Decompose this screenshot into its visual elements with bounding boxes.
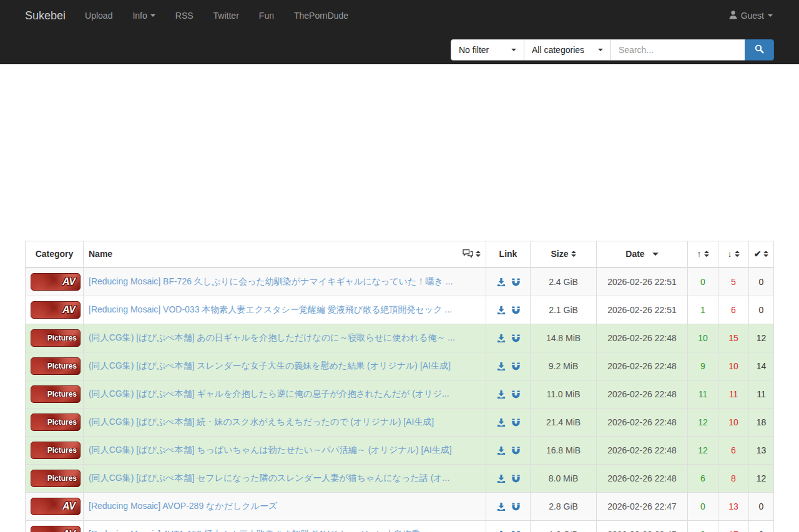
- table-row: Pictures(同人CG集) [ぱぴぷぺ本舗] ギャルを介抱したら逆に俺の息子…: [26, 380, 774, 408]
- header-category[interactable]: Category: [26, 241, 84, 268]
- user-label: Guest: [741, 11, 764, 21]
- table-row: AV[Reducing Mosaic] JUTA-159 極上！！三十路奥さま初…: [26, 520, 774, 532]
- torrent-name-link[interactable]: (同人CG集) [ぱぴぷぺ本舗] セフレになった隣のスレンダー人妻が猫ちゃんにな…: [89, 473, 449, 483]
- magnet-icon[interactable]: [511, 360, 521, 371]
- magnet-icon[interactable]: [511, 529, 521, 532]
- category-icon-pictures[interactable]: Pictures: [31, 329, 78, 347]
- torrent-name-link[interactable]: (同人CG集) [ぱぴぷぺ本舗] あの日ギャルを介抱しただけなのに～寝取らせに使…: [89, 332, 455, 342]
- download-icon[interactable]: [496, 473, 506, 483]
- torrent-table: Category Name Link Size Date ↑ ↓ ✔: [25, 241, 774, 532]
- magnet-icon[interactable]: [511, 389, 521, 399]
- comments-icon[interactable]: [463, 249, 473, 259]
- header-label: Category: [36, 249, 74, 259]
- magnet-icon[interactable]: [511, 501, 521, 511]
- search-input[interactable]: [610, 39, 745, 60]
- link-cell: [486, 436, 531, 464]
- sort-icon: [763, 251, 768, 257]
- download-icon[interactable]: [496, 529, 506, 532]
- category-cell: Pictures: [26, 436, 84, 464]
- nav-item-label: Upload: [85, 11, 112, 21]
- category-cell: Pictures: [26, 408, 84, 436]
- magnet-icon[interactable]: [511, 332, 521, 343]
- header-label: Link: [499, 249, 517, 259]
- torrent-name-link[interactable]: (同人CG集) [ぱぴぷぺ本舗] ギャルを介抱したら逆に俺の息子が介抱されたんだ…: [89, 389, 449, 399]
- nav-item-twitter[interactable]: Twitter: [203, 1, 249, 30]
- download-icon[interactable]: [496, 389, 506, 399]
- download-icon[interactable]: [496, 501, 506, 511]
- header-leechers[interactable]: ↓: [718, 241, 749, 268]
- torrent-name-link[interactable]: [Reducing Mosaic] BF-726 久しぶりに会った幼馴染がナマイ…: [89, 276, 453, 286]
- link-cell: [486, 380, 531, 408]
- download-icon[interactable]: [496, 276, 506, 287]
- nav-item-rss[interactable]: RSS: [165, 1, 203, 30]
- category-icon-av[interactable]: AV: [31, 301, 78, 319]
- header-name[interactable]: Name: [84, 241, 486, 268]
- chevron-down-icon: [768, 14, 773, 17]
- size-cell: 1.6 GiB: [531, 520, 597, 532]
- magnet-icon[interactable]: [511, 304, 521, 315]
- magnet-icon[interactable]: [511, 473, 521, 483]
- torrent-name-link[interactable]: (同人CG集) [ぱぴぷぺ本舗] 続・妹のスク水がえちえちだったので (オリジナ…: [89, 417, 434, 427]
- search-button[interactable]: [745, 39, 774, 60]
- torrent-name-link[interactable]: [Reducing Mosaic] AVOP-289 なかだしクルーズ: [89, 501, 277, 511]
- category-icon-pictures[interactable]: Pictures: [31, 442, 78, 459]
- category-icon-pictures[interactable]: Pictures: [31, 414, 78, 431]
- size-cell: 9.2 MiB: [531, 352, 597, 380]
- nav-item-theporndude[interactable]: ThePornDude: [284, 1, 358, 30]
- download-icon[interactable]: [496, 360, 506, 371]
- completed-cell: 13: [749, 436, 774, 464]
- header-seeders[interactable]: ↑: [688, 241, 718, 268]
- torrent-name-link[interactable]: [Reducing Mosaic] VOD-033 本物素人妻エクスタシー覚醒編…: [89, 304, 452, 314]
- completed-cell: 18: [749, 408, 774, 436]
- date-cell: 2026-02-26 22:48: [597, 464, 688, 492]
- size-cell: 14.8 MiB: [531, 324, 597, 352]
- date-cell: 2026-02-26 22:45: [597, 520, 688, 532]
- category-label: Pictures: [47, 446, 80, 455]
- seeders-cell: 11: [688, 380, 718, 408]
- download-icon[interactable]: [496, 304, 506, 315]
- category-label: AV: [62, 276, 80, 288]
- nav-item-info[interactable]: Info: [122, 1, 165, 30]
- user-menu-guest[interactable]: Guest: [728, 0, 774, 31]
- category-cell: AV: [26, 268, 84, 296]
- date-cell: 2026-02-26 22:48: [597, 380, 688, 408]
- brand-sukebei[interactable]: Sukebei: [25, 9, 75, 22]
- header-size[interactable]: Size: [531, 241, 597, 268]
- completed-cell: 12: [749, 464, 774, 492]
- category-icon-av[interactable]: AV: [31, 526, 78, 532]
- header-label: Name: [89, 249, 112, 259]
- header-date[interactable]: Date: [597, 241, 688, 268]
- name-cell: (同人CG集) [ぱぴぷぺ本舗] 続・妹のスク水がえちえちだったので (オリジナ…: [84, 408, 486, 436]
- sort-icon: [476, 251, 481, 257]
- seeders-cell: 0: [688, 268, 718, 296]
- size-cell: 2.1 GiB: [531, 296, 597, 324]
- category-icon-av[interactable]: AV: [31, 273, 78, 291]
- download-icon[interactable]: [496, 417, 506, 427]
- leechers-cell: 10: [718, 408, 749, 436]
- leechers-cell: 15: [718, 324, 749, 352]
- date-cell: 2026-02-26 22:51: [597, 268, 688, 296]
- category-select[interactable]: All categories: [524, 39, 611, 60]
- torrent-name-link[interactable]: (同人CG集) [ぱぴぷぺ本舗] スレンダーな女子大生の義妹を慰めた結果 (オリ…: [89, 360, 451, 370]
- magnet-icon[interactable]: [511, 445, 521, 455]
- header-completed[interactable]: ✔: [749, 241, 774, 268]
- category-icon-av[interactable]: AV: [31, 498, 78, 515]
- nav-item-upload[interactable]: Upload: [75, 1, 122, 30]
- category-label: Pictures: [47, 418, 80, 427]
- name-cell: [Reducing Mosaic] VOD-033 本物素人妻エクスタシー覚醒編…: [84, 296, 486, 324]
- category-icon-pictures[interactable]: Pictures: [31, 357, 78, 375]
- torrent-name-link[interactable]: [Reducing Mosaic] JUTA-159 極上！！三十路奥さま初脱ぎ…: [89, 529, 420, 532]
- magnet-icon[interactable]: [511, 276, 521, 287]
- download-icon[interactable]: [496, 445, 506, 455]
- completed-cell: 12: [749, 324, 774, 352]
- category-icon-pictures[interactable]: Pictures: [31, 385, 78, 403]
- date-cell: 2026-02-26 22:48: [597, 352, 688, 380]
- nav-item-fun[interactable]: Fun: [249, 1, 284, 30]
- category-selected-value: All categories: [532, 45, 584, 55]
- category-icon-pictures[interactable]: Pictures: [31, 470, 78, 487]
- torrent-name-link[interactable]: (同人CG集) [ぱぴぷぺ本舗] ちっぱいちゃんは勃たせたい～パパ活編～ (オリ…: [89, 445, 452, 455]
- filter-select[interactable]: No filter: [451, 39, 524, 60]
- size-cell: 2.8 GiB: [531, 492, 597, 520]
- download-icon[interactable]: [496, 332, 506, 343]
- magnet-icon[interactable]: [511, 417, 521, 427]
